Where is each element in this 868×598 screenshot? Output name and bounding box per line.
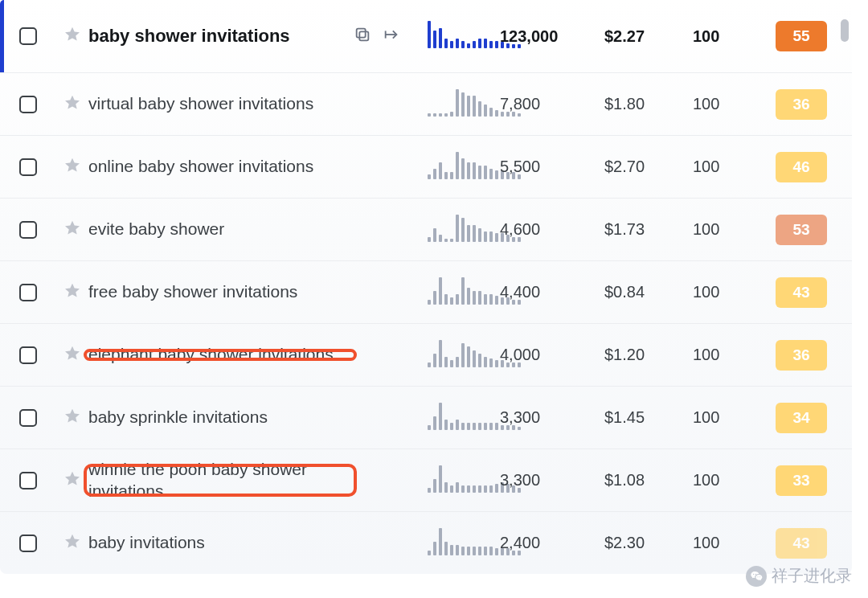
keyword-text[interactable]: virtual baby shower invitations bbox=[88, 93, 313, 114]
cpc-value: $2.70 bbox=[604, 158, 693, 176]
pd-value: 100 bbox=[693, 408, 765, 427]
cpc-value: $2.30 bbox=[604, 534, 693, 552]
row-checkbox[interactable] bbox=[19, 284, 37, 301]
pd-value: 100 bbox=[693, 471, 765, 489]
kd-badge: 53 bbox=[776, 215, 827, 245]
row-checkbox[interactable] bbox=[19, 472, 37, 489]
star-icon[interactable] bbox=[63, 282, 81, 303]
star-icon[interactable] bbox=[63, 533, 81, 554]
table-row: free baby shower invitations4,400$0.8410… bbox=[0, 260, 852, 323]
kd-badge: 33 bbox=[776, 465, 827, 496]
cpc-value: $1.73 bbox=[604, 220, 693, 239]
star-icon[interactable] bbox=[63, 157, 81, 178]
volume-value: 4,000 bbox=[500, 346, 604, 364]
table-row: winnie the pooh baby shower invitations3… bbox=[0, 448, 852, 511]
table-row: virtual baby shower invitations7,800$1.8… bbox=[0, 72, 852, 135]
copy-icon[interactable] bbox=[354, 26, 371, 47]
keyword-text[interactable]: elephant baby shower invitations bbox=[88, 344, 334, 365]
volume-value: 7,800 bbox=[500, 95, 604, 113]
row-checkbox[interactable] bbox=[19, 96, 37, 113]
volume-value: 4,600 bbox=[500, 220, 604, 239]
cpc-value: $1.08 bbox=[604, 471, 693, 489]
keyword-text[interactable]: baby shower invitations bbox=[88, 25, 290, 47]
row-checkbox[interactable] bbox=[19, 27, 37, 45]
row-checkbox[interactable] bbox=[19, 535, 37, 552]
row-checkbox[interactable] bbox=[19, 221, 37, 239]
star-icon[interactable] bbox=[63, 94, 81, 115]
row-checkbox[interactable] bbox=[19, 346, 37, 364]
pd-value: 100 bbox=[693, 283, 765, 301]
row-checkbox[interactable] bbox=[19, 409, 37, 427]
kd-badge: 36 bbox=[776, 340, 827, 371]
keyword-text[interactable]: evite baby shower bbox=[88, 219, 224, 240]
svg-rect-0 bbox=[359, 31, 368, 40]
star-icon[interactable] bbox=[63, 26, 81, 47]
table-row: evite baby shower4,600$1.7310053 bbox=[0, 198, 852, 260]
cpc-value: $1.45 bbox=[604, 408, 693, 427]
star-icon[interactable] bbox=[63, 345, 81, 366]
pd-value: 100 bbox=[693, 346, 765, 364]
star-icon[interactable] bbox=[63, 408, 81, 428]
cpc-value: $1.20 bbox=[604, 346, 693, 364]
pd-value: 100 bbox=[693, 95, 765, 113]
svg-rect-1 bbox=[357, 29, 366, 38]
cpc-value: $2.27 bbox=[604, 27, 693, 46]
cpc-value: $1.80 bbox=[604, 95, 693, 113]
kd-badge: 43 bbox=[776, 277, 827, 308]
row-checkbox[interactable] bbox=[19, 158, 37, 176]
table-row: elephant baby shower invitations4,000$1.… bbox=[0, 323, 852, 386]
kd-badge: 43 bbox=[776, 528, 827, 559]
keyword-text[interactable]: baby invitations bbox=[88, 532, 205, 553]
volume-value: 123,000 bbox=[500, 27, 604, 46]
keyword-text[interactable]: free baby shower invitations bbox=[88, 281, 297, 302]
volume-value: 2,400 bbox=[500, 534, 604, 552]
star-icon[interactable] bbox=[63, 219, 81, 240]
keyword-text[interactable]: online baby shower invitations bbox=[88, 156, 313, 177]
volume-value: 3,300 bbox=[500, 408, 604, 427]
table-row: baby shower invitations123,000$2.2710055 bbox=[0, 0, 852, 72]
open-icon[interactable] bbox=[383, 26, 400, 47]
keyword-text[interactable]: baby sprinkle invitations bbox=[88, 407, 268, 428]
pd-value: 100 bbox=[693, 534, 765, 552]
cpc-value: $0.84 bbox=[604, 283, 693, 301]
pd-value: 100 bbox=[693, 27, 765, 46]
pd-value: 100 bbox=[693, 220, 765, 239]
table-row: online baby shower invitations5,500$2.70… bbox=[0, 135, 852, 198]
volume-value: 3,300 bbox=[500, 471, 604, 489]
table-row: baby invitations2,400$2.3010043 bbox=[0, 511, 852, 574]
volume-value: 4,400 bbox=[500, 283, 604, 301]
kd-badge: 55 bbox=[776, 21, 827, 51]
watermark-text: 祥子进化录 bbox=[772, 565, 852, 587]
watermark: 祥子进化录 bbox=[746, 565, 852, 587]
wechat-icon bbox=[746, 566, 767, 587]
volume-value: 5,500 bbox=[500, 158, 604, 176]
kd-badge: 36 bbox=[776, 89, 827, 120]
pd-value: 100 bbox=[693, 158, 765, 176]
keyword-text[interactable]: winnie the pooh baby shower invitations bbox=[88, 459, 354, 502]
star-icon[interactable] bbox=[63, 470, 81, 491]
table-row: baby sprinkle invitations3,300$1.4510034 bbox=[0, 386, 852, 448]
kd-badge: 34 bbox=[776, 403, 827, 433]
kd-badge: 46 bbox=[776, 152, 827, 182]
